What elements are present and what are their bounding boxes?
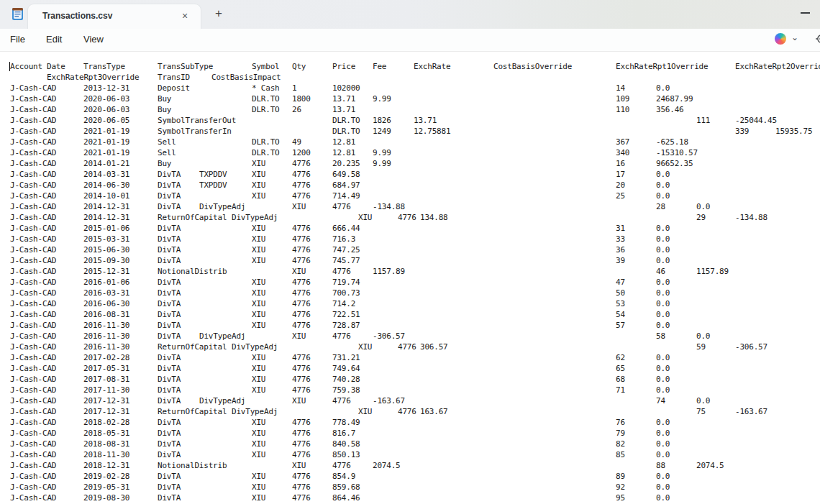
csv-cell: 0.0 [656, 449, 670, 460]
csv-cell: XIU [252, 309, 265, 320]
csv-cell: DLR.TO [332, 115, 360, 126]
csv-cell: TransSubType [158, 61, 213, 72]
csv-cell: 2015-01-06 [83, 223, 129, 234]
csv-cell: DivTA [158, 255, 181, 266]
csv-row: J-Cash-CAD2017-02-28DivTAXIU4776731.2162… [0, 352, 820, 363]
csv-cell: J-Cash-CAD [10, 374, 56, 385]
csv-cell: DivTypeAdj [199, 331, 245, 342]
csv-row: J-Cash-CAD2016-11-30ReturnOfCapitalDivTy… [0, 342, 820, 352]
menu-file[interactable]: File [6, 32, 29, 46]
csv-header-line-2: ExchRateRpt3OverrideTransIDCostBasisImpa… [0, 72, 820, 83]
csv-cell: Qty [292, 61, 306, 72]
csv-cell: 2018-12-31 [83, 460, 129, 471]
csv-cell: 12.81 [332, 147, 355, 158]
csv-cell: DLR.TO [252, 137, 280, 147]
new-tab-button[interactable]: + [210, 6, 227, 23]
csv-cell: 2014-12-31 [83, 201, 129, 212]
settings-gear-icon[interactable] [815, 32, 820, 45]
csv-cell: J-Cash-CAD [10, 255, 56, 266]
csv-cell: 340 [616, 147, 629, 158]
csv-cell: -15310.57 [656, 147, 698, 158]
csv-cell: 68 [616, 374, 625, 385]
csv-cell: DivTA [158, 169, 181, 180]
csv-cell: 0.0 [656, 180, 670, 191]
csv-cell: J-Cash-CAD [10, 169, 56, 180]
menu-view[interactable]: View [80, 32, 107, 46]
csv-cell: 2015-09-30 [83, 255, 129, 266]
csv-row: J-Cash-CAD2021-01-19SellDLR.TO120012.819… [0, 147, 820, 158]
csv-cell: 2017-11-30 [83, 385, 129, 395]
document-tab[interactable]: Transactions.csv × [27, 4, 201, 29]
csv-cell: 719.74 [332, 277, 360, 288]
csv-row: J-Cash-CAD2017-12-31ReturnOfCapitalDivTy… [0, 406, 820, 417]
csv-cell: 2014-12-31 [83, 212, 129, 223]
csv-cell: DivTA [158, 439, 181, 449]
csv-cell: J-Cash-CAD [10, 320, 56, 331]
csv-cell: J-Cash-CAD [10, 309, 56, 320]
csv-cell: J-Cash-CAD [10, 201, 56, 212]
csv-cell: 2014-03-31 [83, 169, 129, 180]
csv-cell: 88 [656, 460, 665, 471]
csv-cell: 4776 [292, 352, 311, 363]
csv-cell: -625.18 [656, 137, 688, 147]
csv-cell: J-Cash-CAD [10, 482, 56, 492]
csv-row: J-Cash-CAD2017-05-31DivTAXIU4776749.6465… [0, 363, 820, 374]
csv-cell: XIU [252, 449, 265, 460]
csv-cell: J-Cash-CAD [10, 460, 56, 471]
csv-cell: 4776 [292, 244, 311, 255]
csv-cell: J-Cash-CAD [10, 439, 56, 449]
csv-cell: ReturnOfCapital [158, 342, 227, 352]
csv-row: J-Cash-CAD2015-06-30DivTAXIU4776747.2536… [0, 244, 820, 255]
csv-cell: 2074.5 [696, 460, 724, 471]
tab-title: Transactions.csv [42, 11, 112, 21]
csv-cell: DivTA [158, 309, 181, 320]
csv-cell: DLR.TO [252, 147, 280, 158]
csv-cell: J-Cash-CAD [10, 298, 56, 309]
csv-cell: -134.88 [735, 212, 767, 223]
csv-cell: J-Cash-CAD [10, 385, 56, 395]
csv-cell: 2016-08-31 [83, 309, 129, 320]
close-tab-icon[interactable]: × [178, 9, 192, 23]
csv-cell: 4776 [292, 255, 311, 266]
csv-cell: 4776 [332, 201, 351, 212]
csv-cell: 2013-12-31 [83, 83, 129, 93]
csv-cell: J-Cash-CAD [10, 406, 56, 417]
minimize-window-button[interactable] [798, 6, 814, 19]
csv-cell: CostBasisOverride [493, 61, 572, 72]
csv-cell: 2074.5 [373, 460, 401, 471]
csv-cell: XIU [252, 428, 265, 439]
copilot-icon[interactable] [775, 33, 786, 45]
csv-cell: XIU [252, 417, 265, 428]
csv-row: J-Cash-CAD2020-06-03BuyDLR.TO2613.711103… [0, 104, 820, 115]
csv-cell: 4776 [292, 482, 311, 492]
csv-cell: SymbolTransferIn [158, 126, 232, 137]
csv-cell: DivTA [158, 331, 181, 342]
csv-cell: 85 [616, 449, 625, 460]
csv-cell: 4776 [292, 374, 311, 385]
csv-cell: DivTypeAdj [199, 395, 245, 406]
csv-cell: DivTA [158, 234, 181, 244]
csv-cell: ReturnOfCapital [158, 212, 227, 223]
csv-cell: 700.73 [332, 288, 360, 298]
csv-cell: 1 [292, 83, 296, 93]
csv-cell: XIU [252, 385, 265, 395]
csv-cell: 2018-05-31 [83, 428, 129, 439]
menu-edit[interactable]: Edit [42, 32, 65, 46]
csv-cell: DivTypeAdj [232, 406, 278, 417]
csv-cell: DivTA [158, 191, 181, 201]
text-editor[interactable]: AccountDateTransTypeTransSubTypeSymbolQt… [0, 61, 820, 504]
csv-cell: 0.0 [696, 395, 710, 406]
csv-cell: -134.88 [373, 201, 405, 212]
csv-cell: 0.0 [656, 309, 670, 320]
chevron-down-icon[interactable]: ⌄ [791, 32, 798, 42]
csv-cell: 2017-12-31 [83, 406, 129, 417]
csv-cell: 1157.89 [373, 266, 405, 277]
csv-cell: 684.97 [332, 180, 360, 191]
csv-cell: DivTA [158, 201, 181, 212]
csv-cell: Sell [158, 137, 176, 147]
csv-cell: 1826 [373, 115, 391, 126]
csv-row: J-Cash-CAD2017-08-31DivTAXIU4776740.2868… [0, 374, 820, 385]
csv-cell: Price [332, 61, 355, 72]
csv-cell: 716.3 [332, 234, 355, 244]
csv-cell: 17 [616, 169, 625, 180]
